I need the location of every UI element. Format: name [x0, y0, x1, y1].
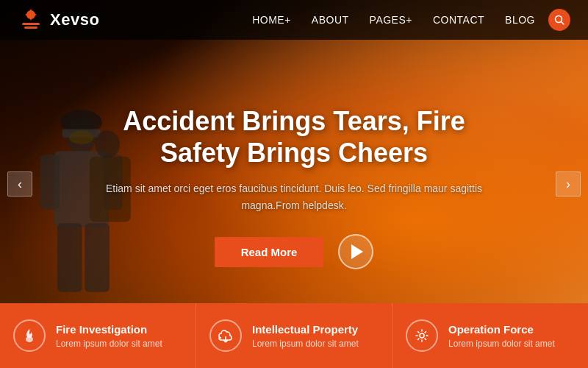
hero-content: Accident Brings Tears, Fire Safety Bring… [88, 105, 500, 269]
svg-rect-12 [22, 23, 40, 25]
card-text-ip: Intellectual Property Lorem ipsum dolor … [252, 323, 359, 349]
cloud-icon [218, 328, 234, 344]
navbar: Xevso HOME+ ABOUT PAGES+ CONTACT BLOG [0, 0, 588, 40]
card-icon-fire [13, 319, 46, 352]
card-fire-investigation: Fire Investigation Lorem ipsum dolor sit… [0, 303, 196, 368]
card-operation-force: Operation Force Lorem ipsum dolor sit am… [392, 303, 588, 368]
card-desc-fire: Lorem ipsum dolor sit amet [56, 339, 162, 349]
svg-rect-13 [24, 26, 37, 29]
nav-item-pages[interactable]: PAGES+ [370, 13, 412, 26]
card-desc-op: Lorem ipsum dolor sit amet [448, 339, 555, 349]
svg-rect-4 [57, 223, 82, 291]
card-text-op: Operation Force Lorem ipsum dolor sit am… [448, 323, 555, 349]
search-button[interactable] [548, 9, 570, 31]
nav-item-contact[interactable]: CONTACT [433, 13, 484, 26]
gear-icon [414, 328, 430, 344]
svg-rect-2 [40, 155, 60, 210]
nav-item-home[interactable]: HOME+ [252, 13, 291, 26]
svg-line-15 [562, 22, 564, 25]
card-title-op: Operation Force [448, 323, 555, 336]
slider-arrow-left[interactable]: ‹ [7, 171, 32, 197]
card-text-fire: Fire Investigation Lorem ipsum dolor sit… [56, 323, 162, 349]
bottom-cards: Fire Investigation Lorem ipsum dolor sit… [0, 303, 588, 368]
nav-links: HOME+ ABOUT PAGES+ CONTACT BLOG [252, 13, 535, 26]
logo-area: Xevso [18, 7, 99, 33]
card-icon-ip [209, 319, 242, 352]
hero-actions: Read More [88, 234, 500, 269]
nav-item-blog[interactable]: BLOG [505, 13, 535, 26]
svg-point-19 [420, 333, 424, 338]
svg-point-11 [26, 10, 35, 19]
card-title-ip: Intellectual Property [252, 323, 359, 336]
brand-name: Xevso [50, 10, 99, 29]
read-more-button[interactable]: Read More [215, 237, 324, 267]
nav-item-about[interactable]: ABOUT [312, 13, 349, 26]
logo-icon [18, 7, 44, 33]
hero-section: Xevso HOME+ ABOUT PAGES+ CONTACT BLOG ‹ … [0, 0, 588, 368]
card-intellectual-property: Intellectual Property Lorem ipsum dolor … [196, 303, 392, 368]
hero-subtitle: Etiam sit amet orci eget eros faucibus t… [88, 180, 500, 213]
fire-icon [21, 328, 37, 344]
search-icon [554, 15, 564, 25]
card-desc-ip: Lorem ipsum dolor sit amet [252, 339, 359, 349]
slider-arrow-right[interactable]: › [556, 171, 581, 197]
play-button[interactable] [338, 234, 373, 269]
card-icon-op [406, 319, 438, 352]
hero-title: Accident Brings Tears, Fire Safety Bring… [88, 105, 500, 169]
card-title-fire: Fire Investigation [56, 323, 162, 336]
